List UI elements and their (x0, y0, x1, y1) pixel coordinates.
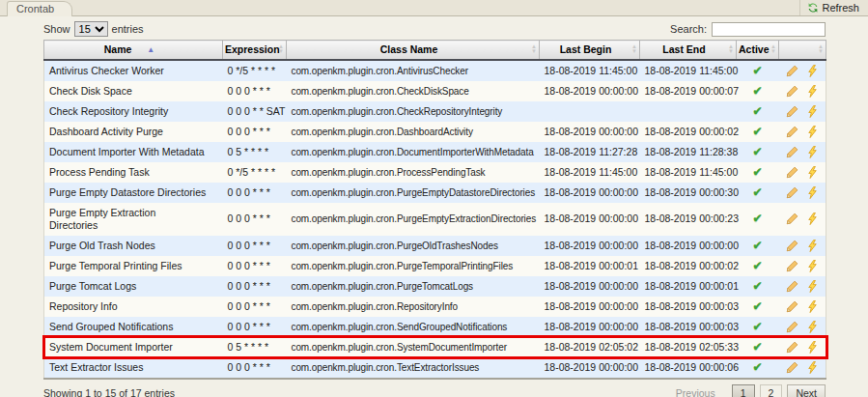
job-name: Text Extractor Issues (44, 357, 223, 379)
job-active-cell: ✔ (737, 357, 779, 379)
execute-lightning-icon[interactable] (806, 341, 819, 354)
execute-lightning-icon[interactable] (806, 166, 819, 179)
pagination: Previous 1 2 Next (676, 384, 826, 397)
job-name: Document Importer With Metadata (44, 142, 223, 162)
job-active-cell: ✔ (737, 203, 779, 236)
pagination-page-1[interactable]: 1 (732, 384, 755, 397)
active-check-icon: ✔ (752, 212, 762, 225)
pagination-previous[interactable]: Previous (676, 387, 715, 397)
execute-lightning-icon[interactable] (806, 105, 819, 118)
main-content: Show 15 entries Search: Name▲ Expression… (0, 20, 868, 397)
job-active-cell: ✔ (737, 276, 779, 297)
job-actions-cell (779, 142, 826, 162)
edit-pencil-icon[interactable] (786, 341, 798, 354)
execute-lightning-icon[interactable] (806, 321, 819, 333)
job-name: Check Disk Space (44, 81, 223, 101)
execute-lightning-icon[interactable] (806, 361, 819, 374)
job-name: Purge Empty Datastore Directories (44, 183, 223, 203)
edit-pencil-icon[interactable] (786, 186, 798, 199)
sort-both-icon: ▲▼ (770, 44, 776, 54)
refresh-icon (807, 2, 819, 14)
search-label: Search: (670, 23, 707, 35)
edit-pencil-icon[interactable] (786, 321, 798, 333)
job-name: Process Pending Task (44, 162, 223, 183)
active-check-icon: ✔ (752, 125, 762, 138)
execute-lightning-icon[interactable] (806, 85, 819, 98)
job-last-begin: 18-08-2019 00:00:00 (540, 203, 640, 236)
active-check-icon: ✔ (752, 84, 762, 98)
job-last-end: 18-08-2019 00:00:02 (640, 256, 737, 276)
job-expression: 0 */5 * * * * (223, 60, 287, 81)
job-actions-cell (779, 162, 826, 183)
job-class-name: com.openkm.plugin.cron.CheckDiskSpace (287, 81, 540, 101)
edit-pencil-icon[interactable] (786, 105, 798, 118)
job-active-cell: ✔ (737, 317, 779, 337)
execute-lightning-icon[interactable] (806, 186, 819, 199)
job-active-cell: ✔ (737, 256, 779, 276)
column-header-expression[interactable]: Expression▲▼ (223, 41, 287, 60)
execute-lightning-icon[interactable] (806, 213, 819, 225)
edit-pencil-icon[interactable] (786, 146, 798, 158)
job-name: Purge Temporal Printing Files (44, 256, 223, 276)
job-actions-cell (779, 276, 826, 297)
table-footer: Showing 1 to 15 of 17 entries Previous 1… (43, 383, 826, 397)
job-last-begin: 18-08-2019 00:00:00 (540, 122, 640, 142)
column-header-actions[interactable]: ▲▼ (779, 41, 826, 60)
sort-both-icon: ▲▼ (818, 44, 824, 54)
job-class-name: com.openkm.plugin.cron.PurgeTomcatLogs (287, 276, 540, 297)
active-check-icon: ✔ (752, 239, 762, 252)
job-class-name: com.openkm.plugin.cron.PurgeOldTrashesNo… (287, 236, 540, 256)
job-name: Send Grouped Notifications (44, 317, 223, 337)
active-check-icon: ✔ (752, 145, 762, 158)
job-last-begin: 18-08-2019 00:00:01 (540, 256, 640, 276)
job-actions-cell (779, 337, 826, 357)
table-row: Text Extractor Issues 0 0 0 * * * com.op… (44, 357, 826, 379)
tab-crontab[interactable]: Crontab (7, 1, 72, 16)
job-expression: 0 0 0 * * * (223, 236, 287, 256)
column-header-last-end[interactable]: Last End▲▼ (640, 41, 737, 60)
edit-pencil-icon[interactable] (786, 65, 798, 77)
entries-select[interactable]: 15 (74, 21, 108, 37)
execute-lightning-icon[interactable] (806, 65, 819, 77)
sort-both-icon: ▲▼ (531, 44, 537, 54)
edit-pencil-icon[interactable] (786, 300, 798, 313)
edit-pencil-icon[interactable] (786, 240, 798, 252)
execute-lightning-icon[interactable] (806, 126, 819, 138)
page-length-control: Show 15 entries (43, 21, 144, 37)
edit-pencil-icon[interactable] (786, 260, 798, 272)
execute-lightning-icon[interactable] (806, 146, 819, 158)
job-expression: 0 0 0 * * * (223, 183, 287, 203)
edit-pencil-icon[interactable] (786, 166, 798, 179)
execute-lightning-icon[interactable] (806, 300, 819, 313)
job-last-begin: 18-08-2019 00:00:00 (540, 276, 640, 297)
edit-pencil-icon[interactable] (786, 280, 798, 293)
job-class-name: com.openkm.plugin.cron.ProcessPendingTas… (287, 162, 540, 183)
sort-both-icon: ▲▼ (278, 44, 284, 54)
pagination-page-2[interactable]: 2 (760, 384, 783, 397)
job-last-begin: 18-08-2019 11:27:28 (540, 142, 640, 162)
refresh-button[interactable]: Refresh (799, 0, 863, 15)
column-header-name[interactable]: Name▲ (44, 41, 223, 60)
column-header-active[interactable]: Active▲▼ (737, 41, 779, 60)
execute-lightning-icon[interactable] (806, 280, 819, 293)
column-header-last-begin[interactable]: Last Begin▲▼ (540, 41, 640, 60)
edit-pencil-icon[interactable] (786, 126, 798, 138)
edit-pencil-icon[interactable] (786, 361, 798, 374)
edit-pencil-icon[interactable] (786, 85, 798, 98)
table-row: Process Pending Task 0 */5 * * * * com.o… (44, 162, 826, 183)
job-class-name: com.openkm.plugin.cron.PurgeEmptyExtract… (287, 203, 540, 236)
table-row: Check Repository Integrity 0 0 0 * * SAT… (44, 101, 826, 122)
column-header-class-name[interactable]: Class Name▲▼ (287, 41, 540, 60)
job-active-cell: ✔ (737, 142, 779, 162)
job-expression: 0 5 * * * * (223, 337, 287, 357)
search-input[interactable] (712, 22, 826, 37)
pagination-next[interactable]: Next (787, 384, 826, 397)
edit-pencil-icon[interactable] (786, 213, 798, 225)
execute-lightning-icon[interactable] (806, 240, 819, 252)
job-last-begin: 18-08-2019 00:00:00 (540, 81, 640, 101)
job-name: Antivirus Checker Worker (44, 60, 223, 81)
job-name: Purge Empty Extraction Directories (44, 203, 223, 236)
execute-lightning-icon[interactable] (806, 260, 819, 272)
job-last-begin (540, 101, 640, 122)
table-row: Purge Tomcat Logs 0 0 0 * * * com.openkm… (44, 276, 826, 297)
